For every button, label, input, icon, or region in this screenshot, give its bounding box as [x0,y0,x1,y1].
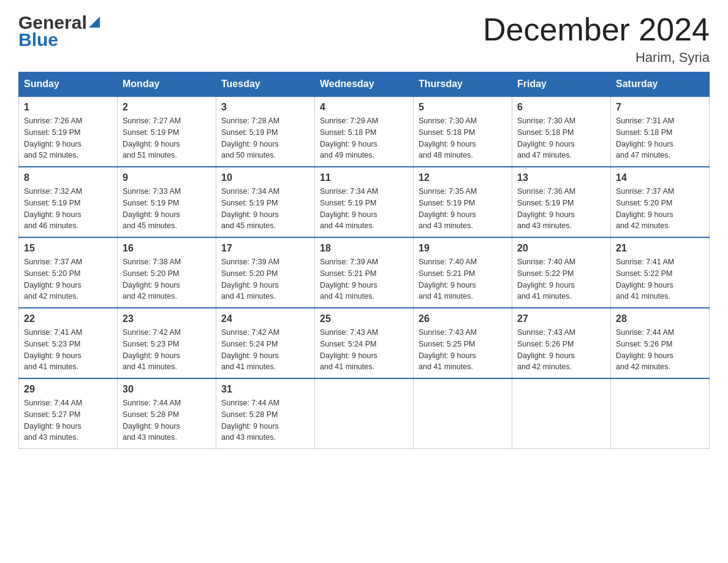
calendar-week-2: 8 Sunrise: 7:32 AM Sunset: 5:19 PM Dayli… [19,167,710,237]
day-number: 13 [517,172,605,183]
day-info: Sunrise: 7:44 AM Sunset: 5:26 PM Dayligh… [616,327,704,373]
calendar-header-tuesday: Tuesday [216,72,315,97]
day-number: 5 [419,102,507,113]
day-info: Sunrise: 7:33 AM Sunset: 5:19 PM Dayligh… [123,186,211,232]
calendar-cell: 20 Sunrise: 7:40 AM Sunset: 5:22 PM Dayl… [512,237,611,308]
calendar-header-saturday: Saturday [611,72,710,97]
day-number: 7 [616,102,704,113]
calendar-cell: 15 Sunrise: 7:37 AM Sunset: 5:20 PM Dayl… [19,237,118,308]
calendar-cell: 7 Sunrise: 7:31 AM Sunset: 5:18 PM Dayli… [611,96,710,167]
calendar-header-thursday: Thursday [414,72,512,97]
calendar-cell: 9 Sunrise: 7:33 AM Sunset: 5:19 PM Dayli… [118,167,216,237]
day-number: 17 [221,243,309,254]
day-info: Sunrise: 7:43 AM Sunset: 5:25 PM Dayligh… [419,327,507,373]
day-number: 23 [123,313,211,324]
day-number: 22 [24,313,112,324]
day-number: 4 [320,102,408,113]
day-number: 18 [320,243,408,254]
calendar-cell: 4 Sunrise: 7:29 AM Sunset: 5:18 PM Dayli… [315,96,414,167]
day-info: Sunrise: 7:38 AM Sunset: 5:20 PM Dayligh… [123,256,211,302]
day-number: 27 [517,313,605,324]
day-number: 16 [123,243,211,254]
calendar-cell: 21 Sunrise: 7:41 AM Sunset: 5:22 PM Dayl… [611,237,710,308]
header: General Blue December 2024 Harim, Syria [18,12,710,66]
day-number: 12 [419,172,507,183]
calendar-header-row: SundayMondayTuesdayWednesdayThursdayFrid… [19,72,710,97]
day-number: 15 [24,243,112,254]
day-number: 2 [123,102,211,113]
day-number: 25 [320,313,408,324]
day-info: Sunrise: 7:40 AM Sunset: 5:22 PM Dayligh… [517,256,605,302]
day-info: Sunrise: 7:39 AM Sunset: 5:20 PM Dayligh… [221,256,309,302]
calendar-cell: 18 Sunrise: 7:39 AM Sunset: 5:21 PM Dayl… [315,237,414,308]
title-area: December 2024 Harim, Syria [483,12,710,66]
calendar-cell: 19 Sunrise: 7:40 AM Sunset: 5:21 PM Dayl… [414,237,512,308]
calendar-cell: 10 Sunrise: 7:34 AM Sunset: 5:19 PM Dayl… [216,167,315,237]
day-number: 14 [616,172,704,183]
day-number: 30 [123,384,211,395]
day-info: Sunrise: 7:44 AM Sunset: 5:28 PM Dayligh… [123,397,211,443]
calendar-table: SundayMondayTuesdayWednesdayThursdayFrid… [18,72,710,449]
calendar-cell: 17 Sunrise: 7:39 AM Sunset: 5:20 PM Dayl… [216,237,315,308]
day-info: Sunrise: 7:31 AM Sunset: 5:18 PM Dayligh… [616,115,704,161]
page-subtitle: Harim, Syria [483,50,710,66]
day-number: 6 [517,102,605,113]
calendar-cell: 23 Sunrise: 7:42 AM Sunset: 5:23 PM Dayl… [118,308,216,378]
day-number: 11 [320,172,408,183]
calendar-cell: 29 Sunrise: 7:44 AM Sunset: 5:27 PM Dayl… [19,378,118,449]
calendar-cell [414,378,512,449]
day-info: Sunrise: 7:41 AM Sunset: 5:23 PM Dayligh… [24,327,112,373]
day-number: 1 [24,102,112,113]
day-info: Sunrise: 7:42 AM Sunset: 5:23 PM Dayligh… [123,327,211,373]
calendar-cell [512,378,611,449]
day-info: Sunrise: 7:41 AM Sunset: 5:22 PM Dayligh… [616,256,704,302]
day-info: Sunrise: 7:35 AM Sunset: 5:19 PM Dayligh… [419,186,507,232]
day-number: 28 [616,313,704,324]
logo-triangle-icon [89,11,100,32]
day-info: Sunrise: 7:29 AM Sunset: 5:18 PM Dayligh… [320,115,408,161]
day-info: Sunrise: 7:43 AM Sunset: 5:26 PM Dayligh… [517,327,605,373]
calendar-week-5: 29 Sunrise: 7:44 AM Sunset: 5:27 PM Dayl… [19,378,710,449]
day-info: Sunrise: 7:39 AM Sunset: 5:21 PM Dayligh… [320,256,408,302]
day-number: 19 [419,243,507,254]
calendar-header-monday: Monday [118,72,216,97]
calendar-cell: 24 Sunrise: 7:42 AM Sunset: 5:24 PM Dayl… [216,308,315,378]
logo: General Blue [18,12,100,50]
day-number: 26 [419,313,507,324]
calendar-cell: 26 Sunrise: 7:43 AM Sunset: 5:25 PM Dayl… [414,308,512,378]
logo-line2: Blue [18,29,100,50]
calendar-cell: 6 Sunrise: 7:30 AM Sunset: 5:18 PM Dayli… [512,96,611,167]
day-info: Sunrise: 7:37 AM Sunset: 5:20 PM Dayligh… [616,186,704,232]
day-number: 31 [221,384,309,395]
day-info: Sunrise: 7:40 AM Sunset: 5:21 PM Dayligh… [419,256,507,302]
calendar-cell: 14 Sunrise: 7:37 AM Sunset: 5:20 PM Dayl… [611,167,710,237]
calendar-cell: 22 Sunrise: 7:41 AM Sunset: 5:23 PM Dayl… [19,308,118,378]
calendar-cell: 2 Sunrise: 7:27 AM Sunset: 5:19 PM Dayli… [118,96,216,167]
calendar-cell: 25 Sunrise: 7:43 AM Sunset: 5:24 PM Dayl… [315,308,414,378]
day-number: 21 [616,243,704,254]
day-info: Sunrise: 7:44 AM Sunset: 5:27 PM Dayligh… [24,397,112,443]
day-number: 20 [517,243,605,254]
day-info: Sunrise: 7:26 AM Sunset: 5:19 PM Dayligh… [24,115,112,161]
calendar-cell: 1 Sunrise: 7:26 AM Sunset: 5:19 PM Dayli… [19,96,118,167]
calendar-cell: 3 Sunrise: 7:28 AM Sunset: 5:19 PM Dayli… [216,96,315,167]
calendar-week-1: 1 Sunrise: 7:26 AM Sunset: 5:19 PM Dayli… [19,96,710,167]
day-info: Sunrise: 7:37 AM Sunset: 5:20 PM Dayligh… [24,256,112,302]
calendar-cell: 31 Sunrise: 7:44 AM Sunset: 5:28 PM Dayl… [216,378,315,449]
page-title: December 2024 [483,12,710,47]
calendar-header-wednesday: Wednesday [315,72,414,97]
calendar-cell: 13 Sunrise: 7:36 AM Sunset: 5:19 PM Dayl… [512,167,611,237]
day-number: 9 [123,172,211,183]
calendar-header-sunday: Sunday [19,72,118,97]
calendar-cell: 27 Sunrise: 7:43 AM Sunset: 5:26 PM Dayl… [512,308,611,378]
day-info: Sunrise: 7:44 AM Sunset: 5:28 PM Dayligh… [221,397,309,443]
day-info: Sunrise: 7:34 AM Sunset: 5:19 PM Dayligh… [320,186,408,232]
calendar-week-3: 15 Sunrise: 7:37 AM Sunset: 5:20 PM Dayl… [19,237,710,308]
day-info: Sunrise: 7:28 AM Sunset: 5:19 PM Dayligh… [221,115,309,161]
day-number: 24 [221,313,309,324]
calendar-week-4: 22 Sunrise: 7:41 AM Sunset: 5:23 PM Dayl… [19,308,710,378]
calendar-cell: 5 Sunrise: 7:30 AM Sunset: 5:18 PM Dayli… [414,96,512,167]
day-number: 8 [24,172,112,183]
calendar-cell: 30 Sunrise: 7:44 AM Sunset: 5:28 PM Dayl… [118,378,216,449]
day-info: Sunrise: 7:34 AM Sunset: 5:19 PM Dayligh… [221,186,309,232]
